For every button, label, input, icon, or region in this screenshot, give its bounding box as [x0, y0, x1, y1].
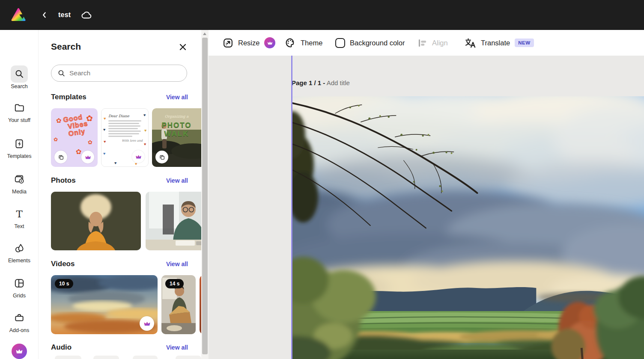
audio-item[interactable]	[176, 356, 201, 359]
addons-icon	[11, 309, 28, 326]
sidebar-item-try-premium[interactable]: Try Premium	[0, 344, 39, 359]
photo-card-man-desk[interactable]	[146, 192, 201, 250]
section-title: Audio	[51, 343, 72, 352]
letter-signature: With love and	[108, 139, 143, 142]
scrollbar-thumb[interactable]	[202, 38, 208, 354]
photos-section-header: Photos View all	[51, 176, 188, 185]
premium-crown-icon	[140, 316, 154, 331]
letter-heading: Dear Diane	[108, 114, 143, 118]
media-icon	[11, 171, 28, 188]
color-swatch	[335, 38, 345, 48]
resize-button[interactable]: Resize	[223, 30, 275, 56]
sidebar-item-add-ons[interactable]: Add-ons	[0, 309, 39, 334]
thumb-title-line: PHOTO	[152, 121, 201, 130]
sidebar-item-label: Add-ons	[3, 327, 36, 334]
sidebar-item-label: Templates	[3, 153, 36, 160]
sidebar-item-label: Text	[3, 223, 36, 230]
topbar: test	[0, 0, 644, 30]
sidebar-item-your-stuff[interactable]: Your stuff	[0, 99, 39, 124]
scroll-up-arrow[interactable]	[203, 33, 206, 35]
template-card-photo-walk[interactable]: Organizing a PHOTO WALK	[152, 108, 201, 167]
canvas-image[interactable]	[292, 96, 644, 359]
cloud-sync-icon[interactable]	[80, 10, 93, 20]
template-thumbnail-text: Good Vibes Only	[53, 112, 95, 139]
premium-crown-icon	[264, 37, 275, 48]
template-card-letter[interactable]: ♥ ♥ ♥ ♥ ♥ ♥ ♥ ♥ ♥ Dear Diane W	[101, 108, 149, 167]
view-all-templates-link[interactable]: View all	[166, 94, 188, 101]
videos-section-header: Videos View all	[51, 260, 188, 268]
letter-content: Dear Diane With love and	[108, 114, 143, 142]
audio-item[interactable]	[93, 356, 119, 359]
theme-button[interactable]: Theme	[285, 30, 322, 56]
view-all-audio-link[interactable]: View all	[166, 344, 188, 351]
page-title-placeholder[interactable]: Add title	[327, 79, 350, 86]
section-title: Templates	[51, 93, 86, 101]
copy-icon[interactable]	[155, 151, 168, 163]
premium-crown-icon	[132, 150, 145, 163]
sidebar-item-templates[interactable]: Templates	[0, 135, 39, 160]
palette-icon	[285, 37, 296, 48]
panel-title: Search	[51, 42, 81, 52]
search-input[interactable]	[69, 69, 172, 77]
sidebar-item-search[interactable]: Search	[0, 65, 39, 90]
page-label: Page 1 / 1 - Add title	[292, 79, 350, 86]
button-label: Align	[432, 39, 448, 47]
folder-icon	[11, 99, 28, 116]
page-number-label: Page 1 / 1 -	[292, 79, 325, 86]
flower-icon: ✿	[76, 148, 81, 156]
section-title: Videos	[51, 260, 75, 268]
audio-item[interactable]	[133, 356, 158, 359]
new-badge: NEW	[515, 39, 534, 47]
button-label: Translate	[481, 39, 510, 47]
canvas-area[interactable]: Page 1 / 1 - Add title	[209, 56, 644, 359]
resize-icon	[223, 38, 233, 48]
flower-icon: ✿	[88, 139, 92, 145]
sidebar-item-media[interactable]: Media	[0, 171, 39, 196]
button-label: Resize	[238, 39, 259, 47]
templates-row: ✿ ✿ ✿ ✿ ✿ Good Vibes Only ♥ ♥	[51, 108, 201, 167]
align-button: Align	[417, 30, 448, 56]
document-title[interactable]: test	[58, 11, 71, 19]
search-panel: Search Templates View all ✿ ✿ ✿ ✿ ✿ Good…	[39, 30, 201, 359]
copy-icon[interactable]	[54, 151, 67, 163]
translate-button[interactable]: Translate NEW	[465, 30, 534, 56]
sidebar-item-label: Grids	[3, 293, 36, 300]
sidebar-item-text[interactable]: T Text	[0, 205, 39, 230]
templates-section-header: Templates View all	[51, 93, 188, 101]
template-card-good-vibes[interactable]: ✿ ✿ ✿ ✿ ✿ Good Vibes Only	[51, 108, 98, 167]
sidebar-item-elements[interactable]: Elements	[0, 240, 39, 264]
background-color-button[interactable]: Background color	[335, 30, 405, 56]
adobe-express-logo-icon[interactable]	[11, 8, 26, 22]
thumb-title-line: WALK	[152, 130, 201, 138]
translate-icon	[465, 37, 476, 49]
photo-card-portrait[interactable]	[51, 192, 141, 250]
sidebar-item-label: Search	[3, 83, 36, 90]
video-duration-badge: 10 s	[55, 279, 73, 288]
thumb-kicker: Organizing a	[152, 114, 201, 119]
align-icon	[417, 38, 427, 48]
back-button[interactable]	[39, 10, 49, 20]
panel-scrollbar[interactable]	[201, 30, 209, 359]
sidebar-item-grids[interactable]: Grids	[0, 275, 39, 300]
button-label: Theme	[301, 39, 322, 47]
editor-toolbar: Resize Theme Background color Align	[209, 30, 644, 56]
view-all-photos-link[interactable]: View all	[166, 177, 188, 184]
audio-item[interactable]	[55, 356, 81, 359]
sidebar: Search Your stuff Templates Media T Text	[0, 30, 39, 359]
sidebar-item-label: Media	[3, 189, 36, 196]
templates-icon	[11, 135, 28, 152]
sidebar-item-label: Your stuff	[3, 117, 36, 124]
close-panel-button[interactable]	[178, 42, 188, 52]
search-input-wrap	[51, 65, 187, 82]
photos-row	[51, 192, 201, 250]
button-label: Background color	[350, 39, 405, 47]
video-card-sunset[interactable]: 10 s	[51, 275, 158, 334]
video-duration-badge: 14 s	[165, 279, 184, 288]
view-all-videos-link[interactable]: View all	[166, 261, 188, 267]
search-icon	[11, 65, 28, 83]
section-title: Photos	[51, 176, 76, 185]
video-card-unboxing[interactable]: 14 s	[161, 275, 196, 334]
search-icon	[57, 69, 66, 77]
text-icon: T	[11, 205, 28, 223]
svg-text:T: T	[16, 208, 22, 220]
